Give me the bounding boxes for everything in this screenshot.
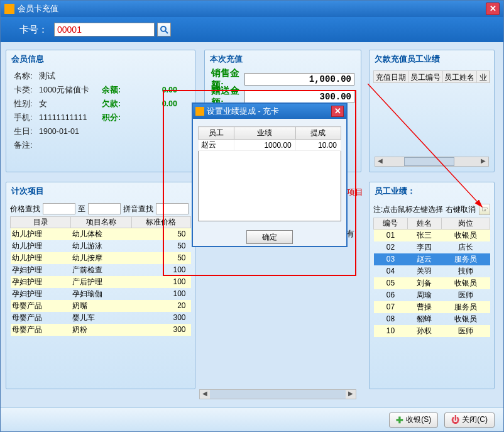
scroll-left-icon[interactable]: ◀ [375,157,385,166]
plus-icon: ✚ [396,415,403,425]
search-icon[interactable] [157,23,171,36]
member-info-panel: 会员信息 名称:测试卡类:1000元储值卡余额:0.00性别:女欠款:0.00手… [6,50,195,172]
count-header-cell[interactable]: 目录 [11,217,71,228]
table-row[interactable]: 孕妇护理孕妇瑜伽100 [11,288,191,300]
hand-pointer-icon[interactable]: ☞ [479,204,490,215]
count-search-row: 价格查找 至 拼音查找 [10,202,191,215]
table-row[interactable]: 幼儿护理幼儿游泳50 [11,240,191,252]
window-title: 会员卡充值 [18,3,58,14]
emp-header-cell[interactable]: 岗位 [441,218,490,230]
price-from-input[interactable] [43,203,75,214]
modal-close-button[interactable]: ✕ [331,106,344,117]
emp-cell: 周瑜 [407,289,441,301]
count-cell: 50 [131,240,190,252]
count-cell: 300 [131,324,190,336]
modal-table-blank [198,151,341,221]
modal-header-cell: 提成 [295,127,341,140]
count-cell: 产前检查 [71,264,131,276]
employee-table: 编号姓名岗位01张三收银员02李四店长03赵云服务员04关羽技师05刘备收银员0… [373,218,490,337]
owed-header-cell[interactable]: 员工编号 [408,71,443,82]
emp-header-cell[interactable]: 编号 [374,218,408,230]
emp-cell: 服务员 [441,253,490,265]
power-icon: ⏻ [451,415,459,424]
member-value: 1900-01-01 [39,127,102,136]
table-row[interactable]: 母婴产品奶粉300 [11,324,191,336]
owed-header-cell[interactable]: 员工姓名 [443,71,478,82]
member-value: 女 [39,99,102,109]
employee-perf-title: 员工业绩： [370,182,494,200]
emp-cell: 10 [374,325,408,337]
bottom-horizontal-scrollbar[interactable]: ◀ ▶ [199,389,356,399]
scroll-right-icon[interactable]: ▶ [478,157,488,166]
table-row[interactable]: 赵云1000.0010.00 [199,140,341,151]
count-cell: 幼儿体检 [71,228,131,240]
emp-cell: 孙权 [407,325,441,337]
modal-confirm-button[interactable]: 确定 [246,230,293,244]
member-key: 手机: [14,113,39,123]
count-items-panel: 计次项目 价格查找 至 拼音查找 目录项目名称标准价格幼儿护理幼儿体检50幼儿护… [6,182,195,389]
count-cell: 20 [131,300,190,312]
close-button[interactable]: ⏻ 关闭(C) [444,413,495,428]
window-close-button[interactable]: ✕ [486,3,500,15]
modal-comm-cell: 10.00 [295,140,341,151]
table-row[interactable]: 幼儿护理幼儿按摩50 [11,252,191,264]
recharge-input[interactable] [244,73,354,86]
emp-cell: 张三 [407,230,441,241]
member-row: 名称:测试 [14,69,187,83]
owed-header-cell[interactable]: 业 [477,71,490,82]
count-cell: 母婴产品 [11,324,71,336]
emp-cell: 05 [374,277,408,289]
table-row[interactable]: 10孙权医师 [374,325,490,337]
emp-cell: 技师 [441,265,490,277]
count-cell: 50 [131,252,190,264]
count-header-cell[interactable]: 标准价格 [131,217,190,228]
owed-title: 欠款充值员工业绩 [370,50,494,68]
emp-cell: 服务员 [441,301,490,313]
member-value: 测试 [39,71,102,82]
table-row[interactable]: 06周瑜医师 [374,289,490,301]
scroll-right-icon[interactable]: ▶ [346,390,356,399]
scroll-left-icon[interactable]: ◀ [200,390,210,399]
emp-cell: 收银员 [441,313,490,325]
table-row[interactable]: 07曹操服务员 [374,301,490,313]
emp-cell: 店长 [441,241,490,253]
owed-horizontal-scrollbar[interactable]: ◀ ▶ [375,157,489,167]
table-row[interactable]: 01张三收银员 [374,230,490,241]
table-row[interactable]: 母婴产品婴儿车300 [11,312,191,324]
modal-icon [195,107,204,116]
table-row[interactable]: 02李四店长 [374,241,490,253]
emp-cell: 赵云 [407,253,441,265]
price-to-input[interactable] [88,203,121,214]
modal-header-cell: 业绩 [234,127,295,140]
count-cell: 幼儿游泳 [71,240,131,252]
member-key: 名称: [14,71,39,82]
count-header-cell[interactable]: 项目名称 [71,217,131,228]
table-row[interactable]: 孕妇护理产前检查100 [11,264,191,276]
emp-cell: 02 [374,241,408,253]
count-cell: 奶粉 [71,324,131,336]
pinyin-search-input[interactable] [156,203,189,214]
modal-header-cell: 员工 [199,127,234,140]
count-cell: 孕妇护理 [11,264,71,276]
table-row[interactable]: 幼儿护理幼儿体检50 [11,228,191,240]
table-row[interactable]: 05刘备收银员 [374,277,490,289]
emp-header-cell[interactable]: 姓名 [407,218,441,230]
table-row[interactable]: 08貂蝉收银员 [374,313,490,325]
card-number-input[interactable] [54,23,155,36]
modal-table: 员工业绩提成赵云1000.0010.00 [198,126,341,151]
emp-cell: 收银员 [441,230,490,241]
table-row[interactable]: 母婴产品奶嘴20 [11,300,191,312]
count-cell: 幼儿按摩 [71,252,131,264]
owed-header-cell[interactable]: 充值日期 [374,71,408,82]
table-row[interactable]: 04关羽技师 [374,265,490,277]
recharge-input[interactable] [244,91,354,103]
recharge-title: 本次充值 [205,50,361,68]
member-row: 生日:1900-01-01 [14,125,187,138]
emp-cell: 08 [374,313,408,325]
checkout-button[interactable]: ✚ 收银(S) [389,413,438,428]
table-row[interactable]: 孕妇护理产后护理100 [11,276,191,288]
table-row[interactable]: 03赵云服务员 [374,253,490,265]
count-cell: 孕妇护理 [11,288,71,300]
modal-titlebar: 设置业绩提成 - 充卡 ✕ [193,104,346,119]
price-search-label: 价格查找 [10,204,40,214]
